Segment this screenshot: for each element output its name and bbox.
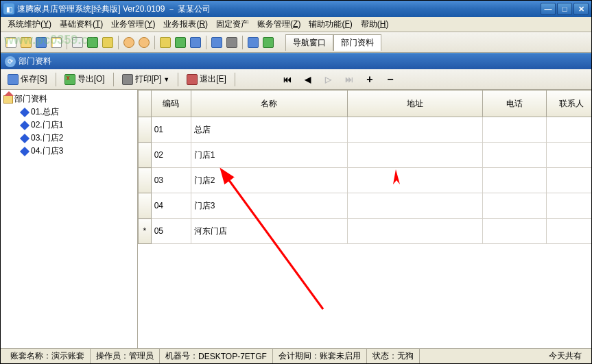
row-header[interactable] — [139, 143, 152, 168]
tb-print-icon[interactable] — [226, 36, 238, 49]
menu-assets[interactable]: 固定资产 — [212, 17, 253, 32]
cell-contact[interactable] — [547, 143, 591, 168]
col-addr[interactable]: 地址 — [347, 90, 482, 117]
tb-disk-icon[interactable] — [211, 36, 223, 49]
tree-item-01[interactable]: 01.总店 — [3, 106, 134, 119]
tree-item-label: 03.门店2 — [31, 132, 63, 144]
exit-icon — [187, 74, 198, 85]
cell-code[interactable]: 01 — [151, 117, 191, 143]
cell-addr[interactable] — [347, 117, 482, 143]
tb-cut-icon[interactable] — [71, 36, 84, 49]
tb-users-icon[interactable] — [138, 36, 150, 49]
cell-name[interactable]: 门店2 — [191, 168, 347, 193]
menubar: 系统维护(Y) 基础资料(T) 业务管理(Y) 业务报表(R) 固定资产 账务管… — [1, 17, 591, 32]
cell-tel[interactable] — [482, 143, 546, 168]
maximize-button[interactable]: □ — [557, 3, 572, 15]
cell-name[interactable]: 门店1 — [191, 143, 347, 168]
cell-addr[interactable] — [347, 219, 482, 244]
tree-panel: 部门资料 01.总店 02.门店1 03.门店2 04.门店3 — [1, 90, 138, 348]
tb-paste-icon[interactable] — [102, 36, 114, 49]
exit-button[interactable]: 退出[E] — [184, 72, 229, 86]
row-header[interactable] — [139, 117, 152, 143]
tb-copy-icon[interactable] — [86, 36, 99, 49]
export-icon: x — [64, 74, 75, 85]
cell-tel[interactable] — [482, 168, 546, 193]
row-header[interactable] — [139, 193, 152, 219]
cell-name[interactable]: 门店3 — [191, 193, 347, 219]
cell-code[interactable]: 05 — [151, 219, 191, 244]
col-code[interactable]: 编码 — [151, 90, 191, 117]
menu-accounting[interactable]: 账务管理(Z) — [253, 17, 305, 32]
tb-open-icon[interactable] — [20, 36, 32, 49]
menu-aux[interactable]: 辅助功能(F) — [305, 17, 356, 32]
table-row[interactable]: *05自营 — [139, 219, 592, 244]
tree-item-04[interactable]: 04.门店3 — [3, 145, 134, 158]
col-tel[interactable]: 电话 — [482, 90, 546, 117]
remove-record-button[interactable]: − — [385, 74, 396, 85]
diamond-icon — [20, 121, 29, 130]
diamond-icon — [20, 134, 29, 143]
tb-user-icon[interactable] — [123, 36, 135, 49]
tb-report-icon[interactable] — [159, 36, 171, 49]
cell-tel[interactable] — [482, 117, 546, 143]
table-row[interactable]: 03门店2自营 — [139, 168, 592, 193]
table-row[interactable]: 01总店自营 — [139, 117, 592, 143]
cell-contact[interactable] — [547, 219, 591, 244]
tb-new-icon[interactable] — [5, 36, 17, 49]
minimize-button[interactable]: — — [541, 3, 556, 15]
menu-basedata[interactable]: 基础资料(T) — [56, 17, 107, 32]
tb-chart-icon[interactable] — [174, 36, 187, 49]
add-record-button[interactable]: + — [364, 74, 375, 85]
first-record-button[interactable]: ⏮ — [282, 74, 293, 85]
tab-nav-window[interactable]: 导航窗口 — [285, 34, 333, 51]
row-header[interactable] — [139, 168, 152, 193]
last-record-button[interactable]: ⏭ — [344, 74, 355, 85]
prev-record-button[interactable]: ◀ — [303, 74, 313, 85]
tb-tool-icon[interactable] — [247, 36, 259, 49]
cell-tel[interactable] — [482, 219, 546, 244]
statusbar: 账套名称：演示账套 操作员：管理员 机器号：DESKTOP-7ETGF 会计期间… — [1, 348, 591, 363]
cell-addr[interactable] — [347, 193, 482, 219]
tree-item-label: 02.门店1 — [31, 119, 63, 131]
save-button[interactable]: 保存[S] — [5, 72, 50, 86]
table-row[interactable]: 04门店3自营 — [139, 193, 592, 219]
col-name[interactable]: 名称 — [191, 90, 347, 117]
main-toolbar: 导航窗口 部门资料 — [1, 32, 591, 53]
cell-addr[interactable] — [347, 143, 482, 168]
tree-item-02[interactable]: 02.门店1 — [3, 119, 134, 132]
cell-code[interactable]: 03 — [151, 168, 191, 193]
tb-doc-icon[interactable] — [50, 36, 62, 49]
tree-item-03[interactable]: 03.门店2 — [3, 132, 134, 145]
dept-table: 编码 名称 地址 电话 联系人 部门 01总店自营02门店1自营03门店2自营0… — [138, 90, 591, 244]
menu-system[interactable]: 系统维护(Y) — [3, 17, 56, 32]
menu-help[interactable]: 帮助(H) — [357, 17, 393, 32]
cell-contact[interactable] — [547, 117, 591, 143]
row-header[interactable]: * — [139, 219, 152, 244]
cell-contact[interactable] — [547, 193, 591, 219]
menu-business[interactable]: 业务管理(Y) — [107, 17, 159, 32]
panel-title: 部门资料 — [19, 56, 51, 67]
next-record-button[interactable]: ▷ — [323, 74, 334, 85]
close-button[interactable]: ✕ — [573, 3, 589, 15]
cell-code[interactable]: 04 — [151, 193, 191, 219]
cell-contact[interactable] — [547, 168, 591, 193]
col-contact[interactable]: 联系人 — [547, 90, 591, 117]
menu-reports[interactable]: 业务报表(R) — [159, 17, 212, 32]
cell-code[interactable]: 02 — [151, 143, 191, 168]
print-button[interactable]: 打印[P] ▼ — [119, 72, 173, 86]
col-rowhead[interactable] — [139, 90, 152, 117]
tb-list-icon[interactable] — [189, 36, 202, 49]
export-button[interactable]: x 导出[O] — [62, 72, 108, 86]
cell-name[interactable] — [191, 219, 347, 244]
cell-name[interactable]: 总店 — [191, 117, 347, 143]
tree-item-label: 01.总店 — [31, 106, 59, 118]
tb-help-icon[interactable] — [262, 36, 274, 49]
cell-addr[interactable] — [347, 168, 482, 193]
cell-tel[interactable] — [482, 193, 546, 219]
refresh-icon[interactable]: ⟳ — [5, 56, 16, 67]
tab-dept-data[interactable]: 部门资料 — [333, 34, 381, 51]
tree-root[interactable]: 部门资料 — [3, 93, 134, 106]
tb-save-icon[interactable] — [35, 36, 47, 49]
table-row[interactable]: 02门店1自营 — [139, 143, 592, 168]
app-icon: ◧ — [3, 3, 14, 14]
